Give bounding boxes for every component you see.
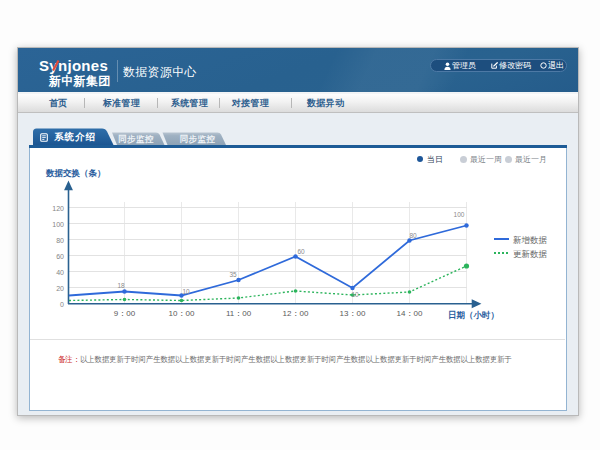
svg-text:120: 120 bbox=[52, 205, 64, 212]
svg-text:80: 80 bbox=[56, 237, 64, 244]
svg-text:新增数据: 新增数据 bbox=[513, 235, 548, 245]
svg-text:60: 60 bbox=[56, 253, 64, 260]
svg-text:14：00: 14：00 bbox=[397, 309, 423, 318]
svg-text:0: 0 bbox=[60, 301, 64, 308]
svg-text:40: 40 bbox=[56, 269, 64, 276]
svg-text:11：00: 11：00 bbox=[226, 309, 252, 318]
svg-text:100: 100 bbox=[454, 211, 465, 218]
svg-text:20: 20 bbox=[56, 285, 64, 292]
svg-text:更新数据: 更新数据 bbox=[513, 249, 548, 259]
svg-text:10: 10 bbox=[351, 291, 359, 298]
svg-text:35: 35 bbox=[229, 271, 237, 278]
svg-text:日期（小时）: 日期（小时） bbox=[448, 310, 499, 320]
svg-text:18: 18 bbox=[117, 282, 125, 289]
svg-text:10: 10 bbox=[182, 288, 190, 295]
svg-text:数据交换（条）: 数据交换（条） bbox=[45, 168, 106, 178]
svg-text:60: 60 bbox=[297, 248, 305, 255]
svg-text:100: 100 bbox=[52, 221, 64, 228]
svg-text:10：00: 10：00 bbox=[169, 309, 195, 318]
svg-text:12：00: 12：00 bbox=[283, 309, 309, 318]
svg-text:80: 80 bbox=[409, 232, 417, 239]
svg-text:13：00: 13：00 bbox=[340, 309, 366, 318]
svg-text:9：00: 9：00 bbox=[114, 309, 136, 318]
